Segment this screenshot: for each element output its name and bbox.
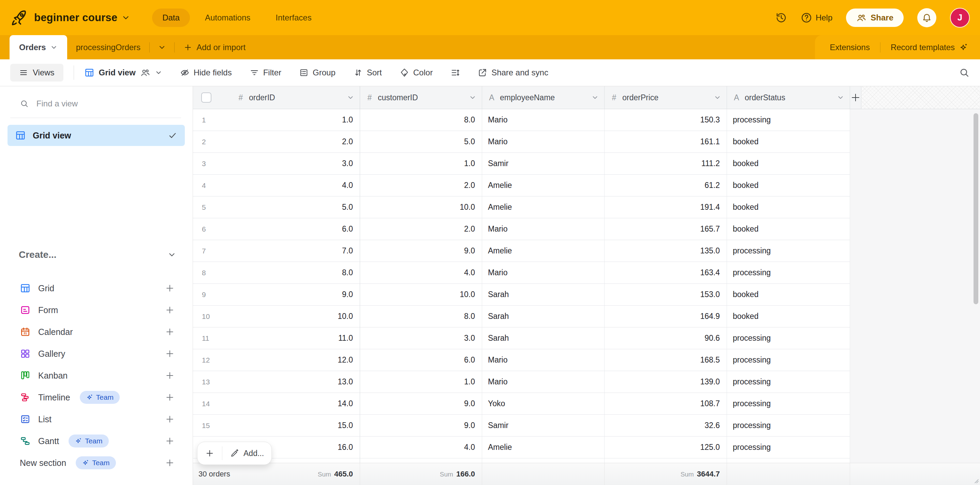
cell-employeeName[interactable]: Mario	[482, 349, 605, 371]
plus-icon[interactable]	[165, 348, 175, 359]
cell-employeeName[interactable]: Yoko	[482, 393, 605, 415]
cell-orderID[interactable]: 55.0	[193, 196, 360, 218]
table-row[interactable]: 1212.06.0Mario168.5processing	[193, 349, 980, 371]
cell-employeeName[interactable]: Sarah	[482, 328, 605, 349]
cell-orderPrice[interactable]: 61.2	[605, 175, 727, 196]
row-height-button[interactable]	[450, 68, 460, 78]
cell-orderPrice[interactable]: 153.0	[605, 284, 727, 305]
color-button[interactable]: Color	[399, 68, 433, 78]
cell-orderPrice[interactable]: 161.1	[605, 131, 727, 153]
cell-employeeName[interactable]: Mario	[482, 131, 605, 153]
sidebar-item-new-section[interactable]: New section Team	[0, 452, 192, 474]
views-button[interactable]: Views	[10, 64, 64, 81]
column-header-customerID[interactable]: #customerID	[360, 86, 482, 109]
sort-button[interactable]: Sort	[353, 68, 382, 78]
nav-data[interactable]: Data	[152, 8, 190, 27]
history-icon[interactable]	[775, 12, 787, 24]
table-row[interactable]: 55.010.0Amelie191.4booked	[193, 196, 980, 218]
cell-orderStatus[interactable]: processing	[727, 240, 850, 262]
cell-orderPrice[interactable]: 108.7	[605, 393, 727, 415]
table-row[interactable]: 1010.08.0Sarah164.9booked	[193, 305, 980, 328]
cell-orderStatus[interactable]: processing	[727, 328, 850, 349]
base-title[interactable]: beginner course	[34, 11, 117, 24]
avatar[interactable]: J	[950, 8, 970, 28]
chevron-down-icon[interactable]	[121, 13, 130, 22]
sidebar-item-gantt[interactable]: Gantt Team	[0, 430, 192, 452]
sidebar-item-gallery[interactable]: Gallery	[0, 343, 192, 364]
cell-orderPrice[interactable]: 191.4	[605, 196, 727, 218]
record-templates-button[interactable]: Record templates	[891, 43, 969, 52]
column-header-orderPrice[interactable]: #orderPrice	[605, 86, 727, 109]
cell-customerID[interactable]: 2.0	[360, 175, 482, 196]
filter-button[interactable]: Filter	[250, 68, 281, 78]
cell-orderPrice[interactable]: 135.0	[605, 240, 727, 262]
column-header-employeeName[interactable]: AemployeeName	[482, 86, 605, 109]
table-row[interactable]: 1515.09.0Samir32.6processing	[193, 415, 980, 437]
cell-employeeName[interactable]: Amelie	[482, 240, 605, 262]
add-record-button[interactable]	[197, 442, 222, 464]
share-button[interactable]: Share	[846, 8, 904, 27]
tab-processing-orders[interactable]: processingOrders	[67, 35, 150, 59]
table-row[interactable]: 1111.03.0Sarah90.6processing	[193, 328, 980, 349]
nav-interfaces[interactable]: Interfaces	[265, 8, 321, 27]
table-row[interactable]: 66.02.0Mario165.7booked	[193, 218, 980, 240]
help-button[interactable]: Help	[801, 12, 832, 24]
cell-orderPrice[interactable]: 168.5	[605, 349, 727, 371]
cell-orderID[interactable]: 22.0	[193, 131, 360, 153]
cell-customerID[interactable]: 1.0	[360, 371, 482, 393]
sidebar-item-grid[interactable]: Grid	[0, 277, 192, 299]
cell-orderID[interactable]: 1010.0	[193, 305, 360, 328]
cell-customerID[interactable]: 1.0	[360, 153, 482, 175]
table-row[interactable]: 1313.01.0Mario139.0processing	[193, 371, 980, 393]
table-row[interactable]: 44.02.0Amelie61.2booked	[193, 175, 980, 196]
cell-employeeName[interactable]: Sarah	[482, 284, 605, 305]
chevron-down-icon[interactable]	[837, 94, 844, 101]
nav-automations[interactable]: Automations	[195, 8, 261, 27]
cell-orderID[interactable]: 1212.0	[193, 349, 360, 371]
plus-icon[interactable]	[165, 371, 175, 381]
cell-employeeName[interactable]: Sarah	[482, 305, 605, 328]
chevron-down-icon[interactable]	[50, 44, 57, 51]
column-header-orderStatus[interactable]: AorderStatus	[727, 86, 850, 109]
plus-icon[interactable]	[165, 283, 175, 293]
add-field-button[interactable]	[850, 86, 861, 109]
table-row[interactable]: 11.08.0Mario150.3processing	[193, 109, 980, 131]
table-row[interactable]: 22.05.0Mario161.1booked	[193, 131, 980, 153]
cell-employeeName[interactable]: Mario	[482, 371, 605, 393]
table-row[interactable]: 77.09.0Amelie135.0processing	[193, 240, 980, 262]
find-view-input[interactable]	[36, 99, 183, 109]
cell-customerID[interactable]: 4.0	[360, 437, 482, 458]
table-row[interactable]: 99.010.0Sarah153.0booked	[193, 284, 980, 305]
cell-orderPrice[interactable]: 163.4	[605, 262, 727, 284]
sidebar-item-list[interactable]: List	[0, 408, 192, 430]
cell-orderID[interactable]: 1515.0	[193, 415, 360, 437]
cell-employeeName[interactable]: Mario	[482, 109, 605, 131]
select-all-checkbox[interactable]	[201, 92, 212, 103]
chevron-down-icon[interactable]	[347, 94, 354, 101]
cell-orderStatus[interactable]: booked	[727, 175, 850, 196]
resize-handle-icon[interactable]	[973, 477, 979, 483]
cell-customerID[interactable]: 3.0	[360, 328, 482, 349]
group-button[interactable]: Group	[299, 68, 336, 78]
cell-orderID[interactable]: 88.0	[193, 262, 360, 284]
sum-orderPrice[interactable]: Sum3644.7	[681, 470, 727, 479]
hide-fields-button[interactable]: Hide fields	[180, 68, 232, 78]
cell-orderStatus[interactable]: processing	[727, 393, 850, 415]
summary-employeeName[interactable]	[482, 463, 605, 485]
cell-orderPrice[interactable]: 32.6	[605, 415, 727, 437]
notifications-button[interactable]	[917, 8, 936, 27]
chevron-down-icon[interactable]	[591, 94, 599, 101]
cell-orderStatus[interactable]: booked	[727, 196, 850, 218]
current-view-button[interactable]: Grid view	[84, 68, 162, 78]
plus-icon[interactable]	[165, 458, 175, 468]
table-row[interactable]: 88.04.0Mario163.4processing	[193, 262, 980, 284]
sidebar-item-calendar[interactable]: 31 Calendar	[0, 321, 192, 343]
sum-orderID[interactable]: Sum465.0	[318, 470, 360, 479]
cell-employeeName[interactable]: Amelie	[482, 196, 605, 218]
plus-icon[interactable]	[165, 392, 175, 402]
cell-customerID[interactable]: 6.0	[360, 349, 482, 371]
plus-icon[interactable]	[165, 305, 175, 315]
cell-orderID[interactable]: 11.0	[193, 109, 360, 131]
sidebar-item-timeline[interactable]: Timeline Team	[0, 386, 192, 408]
plus-icon[interactable]	[165, 414, 175, 424]
